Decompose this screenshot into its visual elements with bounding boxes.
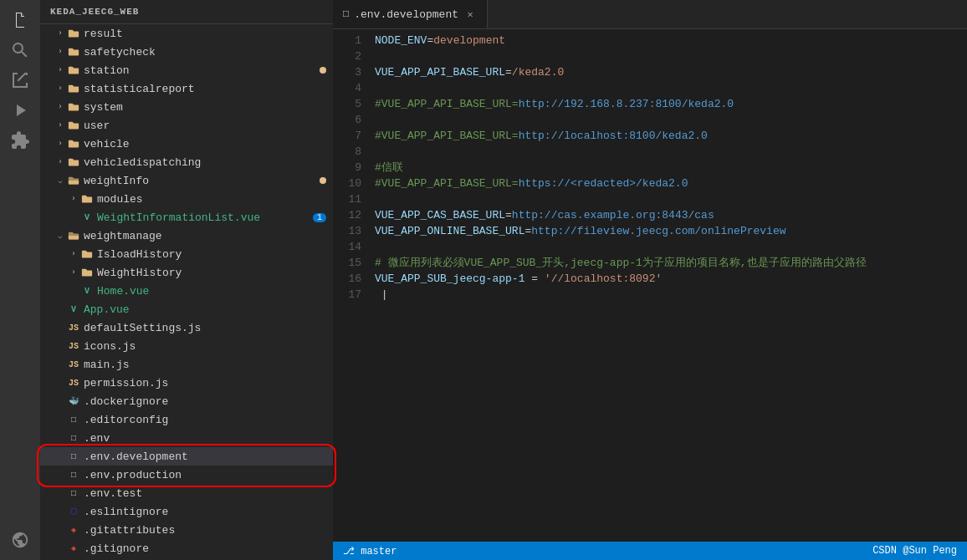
tree-label: WeightHistory — [97, 267, 333, 279]
tree-item-Home[interactable]: VHome.vue — [40, 282, 333, 300]
explorer-icon[interactable] — [7, 7, 33, 33]
tree-label: weightInfo — [84, 175, 320, 187]
line-number-4: 4 — [333, 80, 361, 96]
run-icon[interactable] — [7, 97, 33, 124]
tree-item-weightmanage[interactable]: ⌵weightmanage — [40, 227, 333, 245]
folder-icon — [67, 64, 80, 77]
file-icon: V — [80, 211, 94, 224]
code-line-3: VUE_APP_API_BASE_URL=/keda2.0 — [375, 64, 954, 80]
tree-label: .dockerignore — [84, 395, 333, 408]
tree-label: vehicle — [84, 138, 333, 150]
tree-item-editorconfig[interactable]: □.editorconfig — [40, 410, 333, 429]
tab-label: .env.development — [354, 8, 458, 21]
file-icon: JS — [67, 376, 80, 389]
tab-env-development[interactable]: □ .env.development ✕ — [333, 0, 488, 28]
line-number-14: 14 — [333, 239, 361, 255]
tree-item-safetycheck[interactable]: ›safetycheck — [40, 43, 333, 61]
folder-icon — [67, 137, 80, 150]
tree-label: icons.js — [84, 340, 333, 353]
source-control-icon[interactable] — [7, 67, 33, 94]
tree-label: IsloadHistory — [97, 248, 333, 261]
tree-label: App.vue — [84, 303, 333, 316]
tree-arrow: › — [54, 82, 67, 95]
line-number-10: 10 — [333, 176, 361, 191]
tree-arrow: › — [54, 64, 67, 77]
file-icon: □ — [67, 450, 80, 463]
tree-item-icons[interactable]: JSicons.js — [40, 337, 333, 355]
tree-item-system[interactable]: ›system — [40, 98, 333, 116]
file-icon: □ — [67, 431, 80, 445]
code-line-11 — [375, 191, 954, 207]
tree-label: .gitignore — [84, 542, 333, 555]
tree-arrow: › — [54, 119, 67, 132]
status-bar: ⎇ master CSDN @Sun Peng — [333, 542, 967, 560]
search-icon[interactable] — [7, 37, 33, 64]
status-branch[interactable]: ⎇ master — [343, 545, 397, 557]
tree-arrow: › — [67, 266, 80, 279]
tree-item-result[interactable]: ›result — [40, 24, 333, 43]
tree-item-gitattributes[interactable]: ◈.gitattributes — [40, 521, 333, 539]
code-line-14 — [375, 239, 954, 255]
tree-arrow: › — [54, 137, 67, 150]
folder-icon — [80, 266, 94, 279]
file-icon: V — [80, 284, 94, 298]
tree-item-defaultSettings[interactable]: JSdefaultSettings.js — [40, 318, 333, 337]
tree-item-main[interactable]: JSmain.js — [40, 355, 333, 374]
extensions-icon[interactable] — [7, 127, 33, 154]
line-number-16: 16 — [333, 271, 361, 287]
tab-close-button[interactable]: ✕ — [463, 8, 477, 21]
file-icon: ◈ — [67, 523, 80, 537]
tree-arrow: ⌵ — [54, 174, 67, 187]
tree-item-eslintignore[interactable]: ⬡.eslintignore — [40, 502, 333, 521]
tree-item-weightInfo[interactable]: ⌵weightInfo — [40, 171, 333, 190]
file-icon: V — [67, 303, 80, 316]
tree-item-vehicle[interactable]: ›vehicle — [40, 135, 333, 153]
tree-arrow: › — [67, 192, 80, 206]
line-numbers: 1234567891011121314151617 — [333, 33, 375, 542]
code-line-9: #信联 — [375, 160, 954, 176]
code-line-4 — [375, 80, 954, 96]
tree-item-gitignore[interactable]: ◈.gitignore — [40, 539, 333, 557]
tree-item-dockerignore[interactable]: 🐳.dockerignore — [40, 392, 333, 410]
file-icon: ⬡ — [67, 505, 80, 518]
tree-label: system — [84, 101, 333, 114]
status-csdn: CSDN @Sun Peng — [872, 545, 957, 557]
tree-item-env[interactable]: □.env — [40, 429, 333, 447]
remote-icon[interactable] — [7, 527, 33, 553]
tree-item-modules[interactable]: ›modules — [40, 190, 333, 208]
tree-arrow: ⌵ — [54, 229, 67, 242]
tree-label: station — [84, 64, 320, 77]
tree-item-user[interactable]: ›user — [40, 116, 333, 135]
tree-item-env-production[interactable]: □.env.production — [40, 466, 333, 484]
line-number-11: 11 — [333, 191, 361, 207]
tree-item-vehicledispatching[interactable]: ›vehicledispatching — [40, 153, 333, 171]
line-number-15: 15 — [333, 255, 361, 271]
code-line-5: #VUE_APP_API_BASE_URL=http://192.168.8.2… — [375, 96, 954, 112]
tree-item-WeightInformationList[interactable]: VWeightInformationList.vue1 — [40, 208, 333, 227]
tree-item-env-development[interactable]: □.env.development — [40, 447, 333, 466]
folder-icon — [67, 174, 80, 187]
tree-item-statisticalreport[interactable]: ›statisticalreport — [40, 79, 333, 98]
tree-item-env-test[interactable]: □.env.test — [40, 484, 333, 502]
tree-item-WeightHistory[interactable]: ›WeightHistory — [40, 263, 333, 282]
sidebar-header: KEDA_JEECG_WEB — [40, 0, 333, 24]
activity-bar — [0, 0, 40, 560]
tree-item-App[interactable]: VApp.vue — [40, 300, 333, 318]
tree-item-station[interactable]: ›station — [40, 61, 333, 79]
status-right: CSDN @Sun Peng — [872, 545, 957, 557]
modified-dot — [320, 177, 326, 184]
code-line-1: NODE_ENV=development — [375, 33, 954, 48]
tree-badge: 1 — [313, 213, 326, 222]
editor-area: □ .env.development ✕ 1234567891011121314… — [333, 0, 967, 560]
code-area[interactable]: NODE_ENV=development VUE_APP_API_BASE_UR… — [375, 33, 967, 542]
tree-item-permission[interactable]: JSpermission.js — [40, 374, 333, 392]
line-number-2: 2 — [333, 48, 361, 64]
code-line-2 — [375, 48, 954, 64]
tree-arrow: › — [54, 45, 67, 59]
file-icon: ◈ — [67, 542, 80, 555]
file-icon: JS — [67, 358, 80, 371]
folder-icon — [67, 119, 80, 132]
code-line-15: # 微应用列表必须VUE_APP_SUB_开头,jeecg-app-1为子应用的… — [375, 255, 954, 271]
tree-item-IsloadHistory[interactable]: ›IsloadHistory — [40, 245, 333, 263]
sidebar-content[interactable]: ›result›safetycheck›station›statisticalr… — [40, 24, 333, 560]
